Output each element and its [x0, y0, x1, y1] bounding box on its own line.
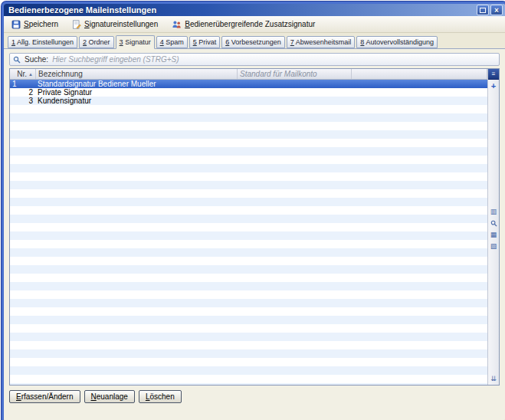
column-header-empty[interactable] — [352, 69, 487, 79]
signature-settings-button-label: Signatureinstellungen — [84, 20, 158, 28]
layout-icon[interactable]: ▧ — [490, 243, 497, 250]
maximize-button[interactable] — [477, 5, 489, 15]
cell-standard-mailkonto — [236, 88, 349, 97]
sort-asc-icon: ▲ — [28, 72, 33, 77]
close-icon: × — [494, 7, 499, 14]
shared-signature-icon — [172, 20, 182, 29]
grid-menu-button[interactable]: ≡ — [488, 69, 499, 80]
window-title: Bedienerbezogene Maileinstellungen — [8, 5, 156, 15]
mail-settings-window: Bedienerbezogene Maileinstellungen × Spe… — [2, 2, 505, 420]
cell-bezeichnung: Standardsignatur Bediener Mueller — [35, 80, 236, 88]
tab-vorbesetzungen[interactable]: 6 Vorbesetzungen — [221, 36, 285, 48]
add-row-icon[interactable]: + — [491, 82, 496, 90]
cell-standard-mailkonto — [236, 80, 349, 88]
search-bar: Suche: — [9, 53, 500, 66]
footer-buttons: Erfassen/Ändern Neuanlage Löschen — [9, 390, 500, 403]
shared-signature-button[interactable]: Bedienerübergreifende Zusatzsignatur — [169, 18, 318, 31]
cell-empty — [349, 88, 487, 97]
table-row-3[interactable]: 3 Kundensignatur — [10, 97, 487, 105]
window-controls: × — [477, 5, 503, 15]
cell-standard-mailkonto — [236, 97, 349, 105]
search-label: Suche: — [25, 55, 48, 64]
column-header-nr[interactable]: Nr. ▲ — [10, 69, 36, 79]
cell-nr: 3 — [10, 97, 35, 105]
content-panel: Suche: Nr. ▲ Bezeichnung Standard für Ma… — [4, 49, 505, 420]
columns-icon[interactable]: ▥ — [490, 208, 497, 215]
save-button-label: Speichern — [24, 20, 58, 28]
titlebar[interactable]: Bedienerbezogene Maileinstellungen × — [4, 4, 505, 16]
cell-empty — [349, 80, 487, 88]
signatures-grid: Nr. ▲ Bezeichnung Standard für Mailkonto… — [9, 68, 500, 386]
erfassen-aendern-button[interactable]: Erfassen/Ändern — [9, 390, 80, 403]
maximize-icon — [480, 8, 486, 13]
table-row-1[interactable]: 1 Standardsignatur Bediener Mueller — [10, 80, 487, 88]
cell-bezeichnung: Private Signatur — [35, 88, 236, 97]
grid-side-toolbar: ≡ + ▥ ▦ ▧ ⇊ — [487, 69, 499, 385]
tab-bar: 1 Allg. Einstellungen 2 Ordner 3 Signatu… — [4, 33, 505, 49]
signature-settings-button[interactable]: Signatureinstellungen — [69, 18, 161, 31]
search-icon — [13, 56, 21, 64]
cell-nr: 1 — [10, 80, 35, 88]
cell-empty — [349, 97, 487, 105]
empty-rows-area — [10, 105, 487, 385]
column-header-standard-mailkonto[interactable]: Standard für Mailkonto — [238, 69, 352, 79]
toolbar: Speichern Signatureinstellungen Bediener… — [4, 16, 505, 33]
grid-main: Nr. ▲ Bezeichnung Standard für Mailkonto… — [10, 69, 487, 385]
tab-allg-einstellungen[interactable]: 1 Allg. Einstellungen — [8, 36, 77, 48]
cell-nr: 2 — [10, 88, 35, 97]
tab-ordner[interactable]: 2 Ordner — [79, 36, 114, 48]
neuanlage-button[interactable]: Neuanlage — [84, 390, 135, 403]
signature-settings-icon — [72, 20, 81, 29]
grid-menu-icon: ≡ — [492, 71, 496, 77]
loeschen-button[interactable]: Löschen — [139, 390, 182, 403]
cell-bezeichnung: Kundensignatur — [35, 97, 236, 105]
save-icon — [11, 20, 21, 29]
tab-spam[interactable]: 4 Spam — [156, 36, 188, 48]
save-button[interactable]: Speichern — [8, 18, 61, 31]
table-row-2[interactable]: 2 Private Signatur — [10, 88, 487, 97]
close-button[interactable]: × — [490, 5, 503, 15]
zoom-icon[interactable] — [490, 220, 497, 227]
shared-signature-button-label: Bedienerübergreifende Zusatzsignatur — [185, 20, 315, 28]
tab-autovervollstaendigung[interactable]: 8 Autovervollständigung — [356, 36, 438, 48]
tab-signatur[interactable]: 3 Signatur — [116, 35, 155, 49]
tab-privat[interactable]: 5 Privat — [189, 36, 221, 48]
search-input[interactable] — [52, 54, 496, 64]
scroll-bottom-icon[interactable]: ⇊ — [490, 376, 497, 382]
column-header-bezeichnung[interactable]: Bezeichnung — [36, 69, 238, 79]
cards-icon[interactable]: ▦ — [490, 231, 497, 238]
grid-header: Nr. ▲ Bezeichnung Standard für Mailkonto — [10, 69, 487, 80]
tab-abwesenheitsmail[interactable]: 7 Abwesenheitsmail — [287, 36, 356, 48]
grid-rail-tools: ▥ ▦ ▧ — [488, 208, 499, 250]
